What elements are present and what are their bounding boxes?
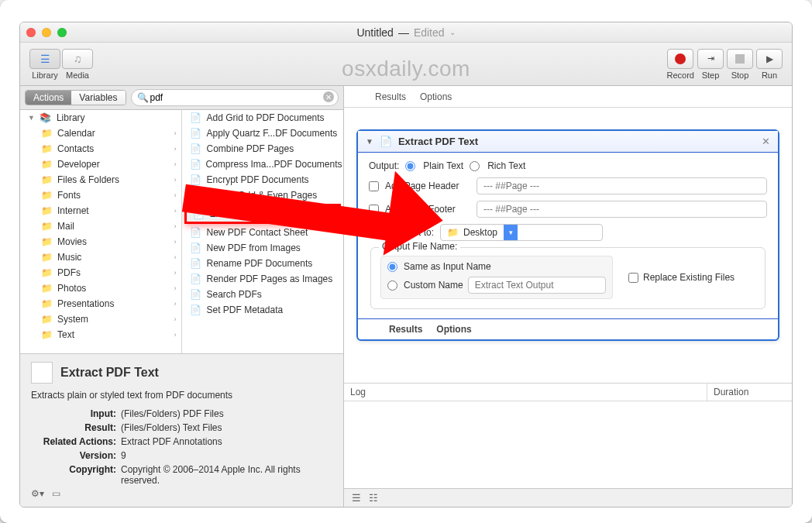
info-row-label: Copyright: — [31, 464, 116, 486]
action-list-item[interactable]: 📄Apply Quartz F...DF Documents — [182, 126, 344, 141]
save-output-to-select[interactable]: 📁Desktop ▾ — [440, 224, 603, 241]
window-title: Untitled — [356, 26, 393, 39]
action-info-icon — [31, 362, 53, 384]
record-label: Record — [667, 71, 694, 80]
media-label: Media — [66, 71, 89, 80]
stop-icon — [735, 54, 745, 64]
page-header-input[interactable] — [477, 177, 767, 194]
output-rich-radio[interactable] — [470, 161, 480, 171]
run-label: Run — [762, 71, 777, 80]
library-category[interactable]: 📁Internet› — [20, 203, 181, 218]
action-list-item[interactable]: 📄Set PDF Metadata — [182, 302, 344, 318]
action-footer-results[interactable]: Results — [389, 324, 422, 335]
workflow-options-tab[interactable]: Options — [420, 91, 452, 102]
duration-column-label: Duration — [707, 384, 792, 401]
library-category[interactable]: 📁Fonts› — [20, 188, 181, 203]
step-button[interactable]: ⇥ Step — [697, 49, 724, 80]
action-list-item[interactable]: 📄Rename PDF Documents — [182, 256, 344, 271]
add-page-footer-checkbox[interactable] — [369, 205, 379, 215]
save-output-value: Desktop — [463, 227, 497, 238]
search-input[interactable] — [131, 89, 339, 106]
add-page-header-checkbox[interactable] — [369, 181, 379, 191]
media-toggle-button[interactable]: Media — [62, 49, 93, 80]
action-card-close-button[interactable]: ✕ — [762, 136, 770, 147]
library-category[interactable]: 📁System› — [20, 311, 181, 327]
library-category[interactable]: 📁Contacts› — [20, 141, 181, 157]
collapse-info-icon[interactable]: ▭ — [52, 488, 60, 499]
minimize-window-button[interactable] — [42, 28, 51, 37]
custom-name-radio[interactable] — [387, 280, 397, 291]
same-name-radio[interactable] — [387, 262, 397, 272]
action-list-item[interactable]: 📄Combine PDF Pages — [182, 141, 344, 157]
clear-search-button[interactable]: ✕ — [323, 91, 334, 102]
select-arrow-icon: ▾ — [504, 225, 518, 240]
tab-variables[interactable]: Variables — [71, 91, 125, 105]
action-footer-options[interactable]: Options — [436, 324, 471, 335]
toolbar: Library Media osxdaily.com Record ⇥ Step… — [20, 43, 792, 86]
library-tabs[interactable]: Actions Variables — [25, 90, 126, 105]
page-footer-input[interactable] — [477, 201, 767, 218]
library-category[interactable]: 📁Photos› — [20, 280, 181, 296]
replace-existing-label: Replace Existing Files — [643, 272, 735, 283]
library-toggle-button[interactable]: Library — [29, 49, 60, 80]
log-body — [344, 401, 792, 488]
library-category[interactable]: 📁Developer› — [20, 157, 181, 172]
library-category[interactable]: 📁Mail› — [20, 218, 181, 234]
action-card-extract-pdf-text: ▼ 📄 Extract PDF Text ✕ Output: Plain Tex… — [356, 129, 779, 341]
action-list-item[interactable]: 📄New PDF Contact Sheet — [182, 225, 344, 240]
workflow-view-icon[interactable]: ☰ — [352, 492, 361, 504]
action-list-item[interactable]: 📄New PDF from Images — [182, 240, 344, 256]
search-icon: 🔍 — [137, 92, 149, 103]
workflow-results-tab[interactable]: Results — [375, 91, 406, 102]
custom-name-label: Custom Name — [404, 280, 463, 291]
folder-icon: 📁 — [447, 227, 459, 238]
output-filename-group-label: Output File Name: — [379, 241, 460, 252]
document-edited-label: Edited — [414, 26, 445, 39]
replace-existing-checkbox[interactable] — [628, 273, 638, 283]
info-row-value: 9 — [121, 450, 332, 461]
stop-button[interactable]: Stop — [727, 49, 753, 80]
info-row-label: Related Actions: — [31, 436, 116, 447]
settings-gear-icon[interactable]: ⚙︎▾ — [31, 488, 44, 499]
output-plain-radio[interactable] — [405, 161, 415, 171]
action-list-item[interactable]: 📄Render PDF Pages as Images — [182, 271, 344, 287]
action-list-item[interactable]: 📄Extract Odd & Even Pages — [182, 188, 344, 203]
action-info-title: Extract PDF Text — [60, 366, 159, 380]
custom-name-input[interactable] — [468, 277, 606, 294]
actions-list[interactable]: 📄Add Grid to PDF Documents📄Apply Quartz … — [182, 110, 344, 353]
action-list-item[interactable]: 📄Add Grid to PDF Documents — [182, 110, 344, 126]
library-category[interactable]: 📁Text› — [20, 327, 181, 342]
action-card-icon: 📄 — [380, 136, 392, 147]
log-column-label: Log — [344, 384, 372, 401]
disclosure-triangle-icon[interactable]: ▼ — [366, 137, 373, 146]
step-label: Step — [702, 71, 720, 80]
library-category-list[interactable]: ▼📚Library📁Calendar›📁Contacts›📁Developer›… — [20, 110, 182, 353]
run-button[interactable]: Run — [756, 49, 783, 80]
library-category[interactable]: 📁PDFs› — [20, 265, 181, 280]
output-rich-label: Rich Text — [487, 160, 525, 171]
title-dropdown-icon[interactable]: ⌄ — [449, 28, 456, 36]
add-page-header-label: Add Page Header — [385, 181, 470, 191]
library-root[interactable]: ▼📚Library — [20, 110, 181, 126]
action-list-item[interactable]: 📄Encrypt PDF Documents — [182, 172, 344, 188]
library-category[interactable]: 📁Calendar› — [20, 126, 181, 141]
zoom-window-button[interactable] — [57, 28, 67, 37]
save-output-to-label: Save Output to: — [369, 227, 434, 238]
step-icon: ⇥ — [707, 53, 714, 64]
library-category[interactable]: 📁Files & Folders› — [20, 172, 181, 188]
titlebar: Untitled — Edited ⌄ — [20, 22, 792, 43]
library-category[interactable]: 📁Presentations› — [20, 296, 181, 311]
action-list-item[interactable]: 📄Compress Ima...PDF Documents — [182, 157, 344, 172]
info-row-label: Result: — [31, 422, 116, 433]
library-category[interactable]: 📁Music› — [20, 249, 181, 265]
close-window-button[interactable] — [26, 28, 36, 37]
tab-actions[interactable]: Actions — [26, 91, 71, 105]
info-row-value: (Files/Folders) PDF Files — [121, 408, 332, 419]
action-list-item[interactable]: 📄Search PDFs — [182, 287, 344, 302]
record-button[interactable]: Record — [667, 49, 694, 80]
watermark-text: osxdaily.com — [342, 57, 470, 81]
library-category[interactable]: 📁Movies› — [20, 234, 181, 249]
action-list-item[interactable]: 📄Extract PDF Text — [185, 205, 341, 223]
workflow-view-alt-icon[interactable]: ☷ — [369, 492, 378, 504]
library-icon — [40, 53, 50, 65]
